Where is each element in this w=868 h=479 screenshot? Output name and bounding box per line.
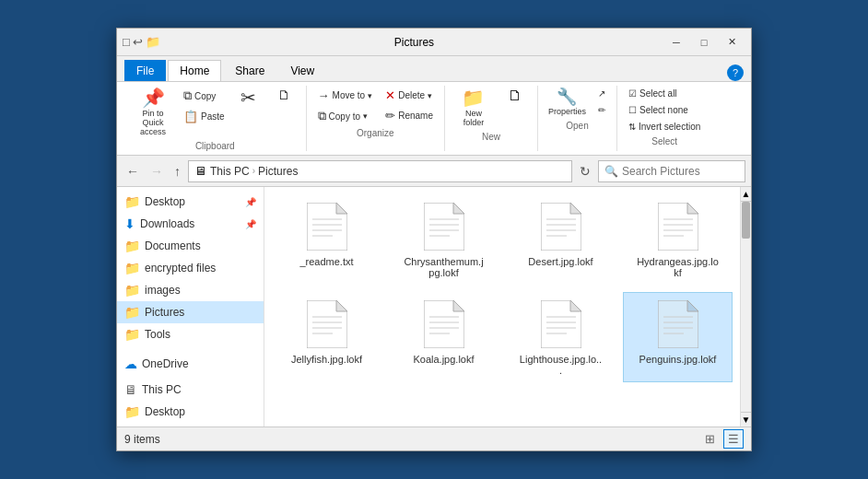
ribbon-group-select: ☑ Select all ☐ Select none ⇅ Invert sele… [617,86,711,151]
new-label: New [451,132,532,142]
new-item-button[interactable]: 🗋 [499,86,532,108]
addressbar: ← → ↑ 🖥 This PC › Pictures ↻ 🔍 [117,156,751,187]
file-item[interactable]: Koala.jpg.lokf [389,292,499,382]
delete-icon: ✕ [385,88,395,102]
window-title: Pictures [166,36,663,49]
folder-icon: 📁 [124,261,140,275]
open-button[interactable]: ↗ [592,86,611,101]
sidebar-item-documents[interactable]: 📁 Documents [117,235,264,257]
items-count: 9 items [124,433,160,446]
svg-marker-1 [336,203,347,214]
minimize-button[interactable]: ─ [663,32,690,53]
sidebar-item-tools[interactable]: 📁 Tools [117,323,264,345]
select-none-button[interactable]: ☐ Select none [623,102,706,118]
dropdown-arrow3: ▾ [428,91,432,100]
file-item[interactable]: Chrysanthemum.jpg.lokf [389,194,499,285]
scroll-down[interactable]: ▼ [741,412,751,426]
undo-icon[interactable]: ↩ [133,35,143,49]
sidebar-item-desktop2[interactable]: 📁 Desktop [117,401,264,423]
invert-selection-button[interactable]: ⇅ Invert selection [623,119,706,134]
scroll-thumb[interactable] [742,202,750,239]
dropdown-arrow2: ▾ [363,111,368,121]
new-buttons: 📁 New folder 🗋 [451,86,532,130]
organize-label: Organize [312,128,439,138]
copy-button[interactable]: ⧉ Copy [178,86,230,106]
file-item[interactable]: Desert.jpg.lokf [506,194,616,285]
ribbon-group-new: 📁 New folder 🗋 New [445,86,538,151]
search-box[interactable]: 🔍 [598,160,745,182]
paste-button[interactable]: 📋 Paste [178,107,230,126]
select-none-icon: ☐ [628,105,637,115]
file-icon [539,298,583,350]
pin-to-quick-access-button[interactable]: 📌 Pin to Quick access [130,86,176,139]
rename-button[interactable]: ✏ Rename [380,106,439,125]
maximize-button[interactable]: □ [690,32,718,53]
titlebar-icons: □ ↩ 📁 [123,35,160,49]
tab-home[interactable]: Home [168,60,221,81]
forward-button[interactable]: → [147,162,167,181]
sidebar-item-desktop[interactable]: 📁 Desktop 📌 [117,191,264,213]
scissors-icon: ✂ [240,88,256,107]
move-to-button[interactable]: → Move to ▾ [312,86,379,105]
scrollbar[interactable]: ▲ ▼ [740,187,751,426]
sidebar-item-encrypted[interactable]: 📁 encrypted files [117,257,264,279]
folder-icon: 📁 [146,35,160,49]
file-icon [305,298,349,350]
select-all-icon: ☑ [628,88,637,99]
search-icon: 🔍 [604,165,618,178]
this-pc-icon: 🖥 [194,164,206,178]
file-icon [539,201,583,252]
up-button[interactable]: ↑ [170,162,184,181]
address-box[interactable]: 🖥 This PC › Pictures [188,160,572,182]
folder-icon: 📁 [124,194,140,209]
search-input[interactable] [622,165,739,178]
select-all-button[interactable]: ☑ Select all [623,86,706,101]
delete-button[interactable]: ✕ Delete ▾ [380,86,439,105]
large-icons-view-button[interactable]: ⊞ [700,429,720,449]
tab-share[interactable]: Share [223,60,276,81]
help-button[interactable]: ? [727,64,744,81]
file-pane: _readme.txt Chrysanthemum [264,187,751,426]
sidebar-item-onedrive[interactable]: ☁ OneDrive [117,353,264,375]
properties-button[interactable]: 🔧 Properties [544,86,591,119]
refresh-button[interactable]: ↻ [576,162,594,181]
folder-icon: 📁 [124,327,140,342]
copy-to-button[interactable]: ⧉ Copy to ▾ [312,106,379,126]
organize-buttons: → Move to ▾ ⧉ Copy to ▾ ✕ Delete ▾ [312,86,439,126]
rename-icon: ✏ [385,109,395,123]
file-item[interactable]: Jellyfish.jpg.lokf [272,292,381,382]
paste-icon: 📋 [183,110,198,123]
clipboard-buttons: 📌 Pin to Quick access ⧉ Copy 📋 Paste ✂ [130,86,300,139]
folder-icon: 📁 [124,305,140,320]
tab-file[interactable]: File [124,60,166,81]
new-folder-button[interactable]: 📁 New folder [451,86,497,130]
properties-icon: 🔧 [557,88,577,105]
sidebar-item-thispc[interactable]: 🖥 This PC [117,379,264,401]
folder-icon: ⬇ [124,216,135,231]
details-view-button[interactable]: ☰ [723,429,744,449]
pin-icon-2: 📌 [245,219,256,229]
clipboard-history-button[interactable]: 🗋 [267,86,300,106]
ribbon-group-organize: → Move to ▾ ⧉ Copy to ▾ ✕ Delete ▾ [307,86,445,151]
sidebar-item-pictures[interactable]: 📁 Pictures [117,301,264,323]
select-label: Select [623,136,706,146]
edit-button[interactable]: ✏ [592,102,611,118]
back-icon[interactable]: □ [123,35,130,49]
svg-marker-37 [570,300,581,311]
tab-view[interactable]: View [278,60,326,81]
file-item[interactable]: _readme.txt [272,194,381,285]
invert-icon: ⇅ [628,122,636,132]
scroll-up[interactable]: ▲ [741,187,751,202]
file-item[interactable]: Penguins.jpg.lokf [623,292,733,382]
cut-button[interactable]: ✂ [232,86,265,111]
dropdown-arrow: ▾ [368,91,372,100]
file-item[interactable]: Lighthouse.jpg.lo... [506,292,616,382]
file-area: _readme.txt Chrysanthemum [264,187,740,426]
file-item[interactable]: Hydrangeas.jpg.lokf [623,194,733,285]
folder-icon: 📁 [124,283,140,298]
close-button[interactable]: ✕ [718,32,745,53]
back-button[interactable]: ← [123,162,143,181]
sidebar-item-images[interactable]: 📁 images [117,279,264,301]
sidebar-item-downloads[interactable]: ⬇ Downloads 📌 [117,213,264,235]
file-icon [422,201,466,252]
